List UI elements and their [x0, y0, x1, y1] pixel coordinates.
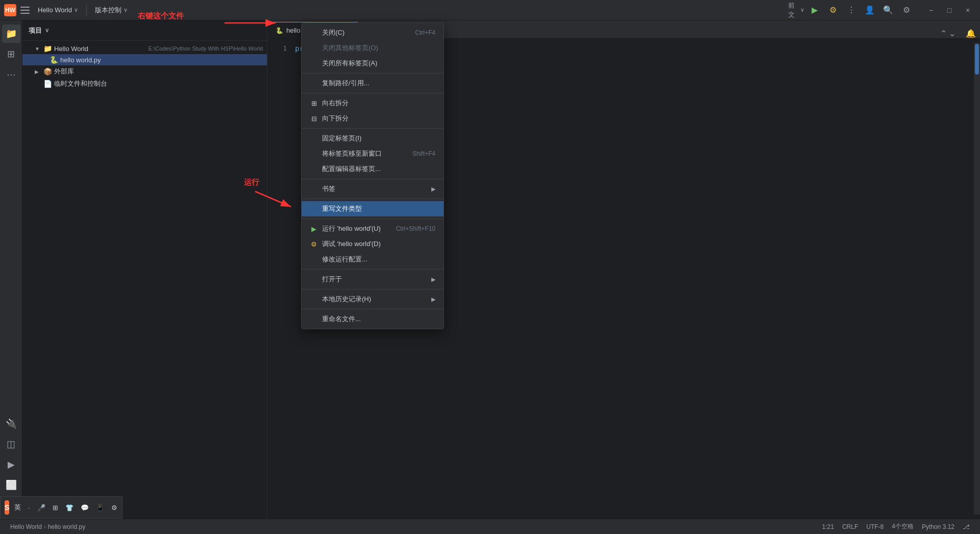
menu-item-split-right[interactable]: ⊞向右拆分: [302, 95, 444, 111]
layers-icon: ◫: [7, 439, 15, 450]
menu-item-bookmarks[interactable]: 书签▶: [302, 181, 444, 197]
sidebar-icon-terminal[interactable]: ⬜: [2, 476, 20, 494]
search-button[interactable]: 🔍: [880, 2, 896, 18]
folder-arrow-icon: ▼: [35, 46, 41, 52]
menu-label-copy-path: 复制路径/引用...: [322, 79, 369, 88]
menu-submenu-arrow-local-history: ▶: [431, 296, 435, 303]
status-project: Hello World: [10, 523, 42, 530]
menu-divider: [302, 309, 444, 309]
menu-divider: [302, 73, 444, 74]
tab-action-up-icon[interactable]: ⌃: [940, 29, 947, 38]
menu-item-debug[interactable]: ⚙调试 'hello world'(D): [302, 236, 444, 252]
app-logo: HW: [4, 4, 16, 16]
menu-item-override-filetype[interactable]: 重写文件类型: [302, 201, 444, 216]
tab-action-down-icon[interactable]: ⌄: [949, 29, 955, 38]
tab-actions-right: ⌃ ⌄ 🔔: [940, 29, 980, 38]
status-interpreter[interactable]: Python 3.12: [918, 523, 959, 530]
status-breadcrumb[interactable]: Hello World › hello world.py: [6, 519, 89, 534]
sidebar-icon-more[interactable]: ⋯: [2, 65, 20, 84]
interpreter-label: Python 3.12: [922, 523, 954, 530]
project-selector[interactable]: Hello World ∨: [34, 4, 82, 16]
editor-scrollbar[interactable]: [974, 43, 980, 515]
status-git-icon[interactable]: ⎇: [959, 523, 974, 530]
ime-chat[interactable]: 💬: [79, 503, 91, 513]
git-icon: ⎇: [963, 523, 970, 530]
minimize-button[interactable]: −: [923, 2, 939, 18]
more-actions-button[interactable]: ⋮: [843, 2, 860, 18]
file-tree-header: 项目 ∨: [22, 20, 267, 41]
ime-settings[interactable]: ⚙: [109, 503, 119, 513]
vcs-arrow-icon: ∨: [124, 7, 128, 13]
line-ending-label: CRLF: [842, 523, 858, 530]
maximize-button[interactable]: □: [941, 2, 958, 18]
status-position[interactable]: 1:21: [818, 523, 838, 530]
menu-shortcut-run: Ctrl+Shift+F10: [396, 225, 435, 232]
menu-label-split-right: 向右拆分: [322, 99, 349, 108]
ime-logo: S: [5, 500, 9, 515]
sidebar-icon-structure[interactable]: ⊞: [2, 45, 20, 63]
ime-bar: S 英 · 🎤 ⊞ 👕 💬 📱 ⚙: [0, 496, 122, 519]
menu-item-close-all[interactable]: 关闭所有标签页(A): [302, 56, 444, 71]
tree-item-external-libs[interactable]: ▶ 📦 外部库: [22, 65, 267, 78]
menu-icon-debug: ⚙: [310, 240, 318, 248]
menu-item-split-down[interactable]: ⊟向下拆分: [302, 111, 444, 126]
menu-divider: [302, 179, 444, 179]
title-bar: HW Hello World ∨ 版本控制 ∨ 当前文件 ∨ ▶ ⚙ ⋮ 👤 🔍: [0, 0, 980, 20]
sidebar-icon-layers[interactable]: ◫: [2, 435, 20, 453]
ime-lang[interactable]: 英: [12, 502, 23, 513]
menu-item-local-history[interactable]: 本地历史记录(H)▶: [302, 292, 444, 307]
vcs-selector[interactable]: 版本控制 ∨: [91, 4, 132, 17]
position-label: 1:21: [822, 523, 834, 530]
menu-item-pin[interactable]: 固定标签页(I): [302, 131, 444, 146]
current-file-button[interactable]: 当前文件 ∨: [788, 2, 804, 18]
titlebar-separator: [86, 5, 87, 15]
ime-dot[interactable]: ·: [26, 503, 32, 513]
sidebar-icon-project[interactable]: 📁: [2, 25, 20, 43]
status-line-ending[interactable]: CRLF: [838, 523, 862, 530]
menu-item-copy-path[interactable]: 复制路径/引用...: [302, 76, 444, 91]
menu-divider: [302, 269, 444, 270]
more-icon: ⋯: [7, 69, 16, 80]
scrollbar-thumb[interactable]: [975, 44, 979, 75]
sidebar-icon-plugins[interactable]: 🔌: [2, 415, 20, 433]
run-button[interactable]: ▶: [806, 2, 823, 18]
tree-item-hello-world-py[interactable]: 🐍 hello world.py: [22, 54, 267, 65]
account-button[interactable]: 👤: [862, 2, 878, 18]
settings-button[interactable]: ⚙: [898, 2, 915, 18]
status-encoding[interactable]: UTF-8: [862, 523, 888, 530]
menu-divider: [302, 219, 444, 219]
tab-notification-icon[interactable]: 🔔: [966, 29, 976, 38]
project-arrow-icon: ∨: [74, 7, 78, 13]
ime-skin[interactable]: 👕: [63, 503, 76, 513]
file-tree-panel: 项目 ∨ ▼ 📁 Hello World E:\Codes\Python Stu…: [22, 20, 267, 519]
ime-mobile[interactable]: 📱: [94, 503, 106, 513]
menu-item-modify-run-config[interactable]: 修改运行配置...: [302, 252, 444, 267]
menu-submenu-arrow-bookmarks: ▶: [431, 186, 435, 192]
menu-label-pin: 固定标签页(I): [322, 134, 361, 143]
run-icon: ▶: [8, 459, 15, 470]
debug-button[interactable]: ⚙: [825, 2, 841, 18]
menu-item-close[interactable]: 关闭(C)Ctrl+F4: [302, 25, 444, 40]
close-button[interactable]: ×: [960, 2, 976, 18]
file-tree-title[interactable]: 项目 ∨: [29, 26, 49, 35]
minimize-icon: −: [929, 6, 933, 14]
main-layout: 📁 ⊞ ⋯ 🔌 ◫ ▶ ⬜ ℹ 项目 ∨: [0, 20, 980, 519]
menu-item-rename[interactable]: 重命名文件...: [302, 311, 444, 327]
sidebar-icon-run[interactable]: ▶: [2, 455, 20, 474]
ime-voice[interactable]: 🎤: [35, 503, 47, 513]
ime-grid[interactable]: ⊞: [51, 503, 60, 513]
titlebar-actions: 当前文件 ∨ ▶ ⚙ ⋮ 👤 🔍 ⚙: [788, 2, 915, 18]
status-indent[interactable]: 4个空格: [888, 522, 918, 531]
terminal-icon: ⬜: [6, 479, 17, 491]
menu-item-move-new-window[interactable]: 将标签页移至新窗口Shift+F4: [302, 146, 444, 161]
menu-item-run[interactable]: ▶运行 'hello world'(U)Ctrl+Shift+F10: [302, 221, 444, 236]
tree-item-temp-files[interactable]: 📄 临时文件和控制台: [22, 78, 267, 90]
menu-item-config-editor-tabs[interactable]: 配置编辑器标签页...: [302, 161, 444, 177]
menu-divider: [302, 93, 444, 93]
encoding-label: UTF-8: [866, 523, 884, 530]
tree-item-hello-world[interactable]: ▼ 📁 Hello World E:\Codes\Python Study Wi…: [22, 43, 267, 54]
folder-path: E:\Codes\Python Study With HSP\Hello Wor…: [149, 45, 263, 52]
line-numbers: 1: [267, 43, 293, 515]
hamburger-menu-icon[interactable]: [20, 7, 30, 14]
menu-item-open-with[interactable]: 打开于▶: [302, 272, 444, 287]
